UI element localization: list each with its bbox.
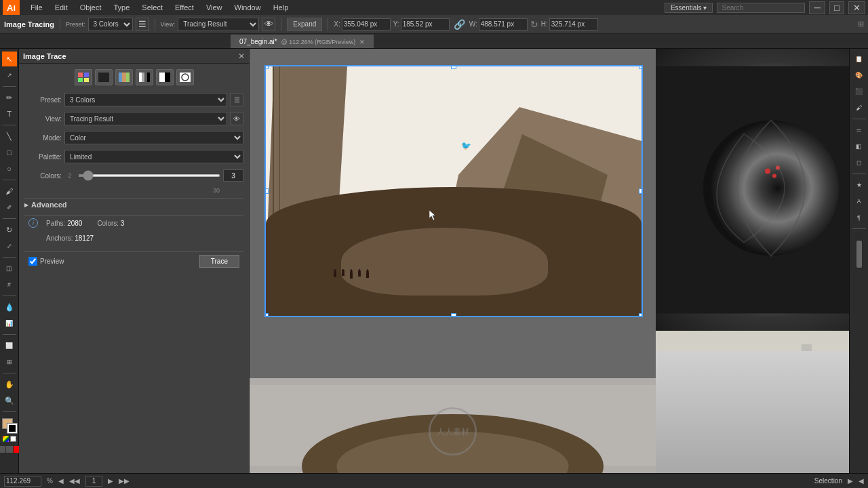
handle-bottom-center[interactable] (451, 313, 456, 317)
preset-list-icon-button[interactable]: ☰ (230, 93, 243, 106)
mode-dropdown[interactable]: Color (64, 131, 243, 144)
panel-close-button[interactable]: ✕ (238, 52, 245, 61)
search-input[interactable] (717, 3, 805, 13)
menu-effect[interactable]: Effect (170, 2, 199, 13)
nav-first-button[interactable]: ◀◀ (69, 477, 80, 485)
view-eye-icon-button[interactable]: 👁 (230, 112, 243, 125)
character-panel-btn[interactable]: A (852, 194, 867, 209)
view-select[interactable]: Tracing Result (178, 18, 259, 31)
handle-middle-left[interactable] (264, 188, 269, 194)
tool-separator-9 (3, 411, 16, 412)
preview-checkbox-label[interactable]: Preview (28, 257, 64, 266)
scroll-thumb[interactable] (856, 241, 862, 268)
y-input[interactable] (401, 18, 450, 30)
preview-checkbox[interactable] (28, 257, 37, 266)
preset-high-color-btn[interactable] (95, 69, 113, 85)
fill-stroke-swatches[interactable] (2, 418, 17, 433)
scale-tool[interactable]: ⤢ (2, 239, 17, 253)
zoom-tool[interactable]: 🔍 (2, 393, 17, 408)
preset-dropdown[interactable]: 3 Colors (64, 93, 227, 106)
zoom-input[interactable] (4, 476, 41, 487)
gradient-tool[interactable]: ◫ (2, 261, 17, 276)
handle-top-right[interactable] (639, 65, 643, 69)
color-panel-btn[interactable]: 🎨 (852, 68, 867, 83)
extra-btn-1[interactable] (0, 446, 5, 453)
properties-panel-btn[interactable]: 📋 (852, 52, 867, 66)
close-button[interactable]: ✕ (848, 1, 865, 14)
slice-tool[interactable]: ⊞ (2, 354, 17, 369)
nav-next-button[interactable]: ▶ (108, 477, 113, 485)
view-eye-button[interactable]: 👁 (262, 18, 275, 31)
preset-bw-btn[interactable] (156, 69, 174, 85)
handle-middle-right[interactable] (639, 188, 643, 194)
menu-file[interactable]: File (25, 2, 48, 13)
rotate-tool[interactable]: ↻ (2, 222, 17, 237)
nav-prev-button[interactable]: ◀ (58, 477, 64, 485)
handle-top-left[interactable] (264, 65, 269, 69)
chart-tool[interactable]: 📊 (2, 316, 17, 331)
colors-slider[interactable] (78, 174, 220, 177)
main-canvas-image[interactable]: 🐦 (264, 65, 643, 317)
hand-tool[interactable]: ✋ (2, 377, 17, 392)
preset-low-color-btn[interactable] (115, 69, 133, 85)
nav-last-button[interactable]: ▶▶ (119, 477, 130, 485)
gradient-panel-btn[interactable]: ◧ (852, 139, 867, 154)
handle-bottom-right[interactable] (639, 313, 643, 317)
stroke-panel-btn[interactable]: ═ (852, 123, 867, 138)
type-tool[interactable]: T (2, 106, 17, 121)
colors-value-input[interactable] (223, 169, 243, 182)
none-mode-btn[interactable] (10, 436, 16, 442)
stroke-swatch[interactable] (7, 424, 17, 433)
w-input[interactable] (479, 18, 528, 30)
canvas-area[interactable]: 🐦 (250, 49, 849, 473)
extra-btn-2[interactable] (6, 446, 13, 453)
maximize-button[interactable]: □ (829, 1, 844, 14)
selection-tool[interactable]: ↖ (2, 52, 17, 66)
appearance-panel-btn[interactable]: ★ (852, 178, 867, 192)
direct-selection-tool[interactable]: ↗ (2, 68, 17, 83)
v-scrollbar[interactable] (855, 232, 863, 269)
pencil-tool[interactable]: ✐ (2, 200, 17, 215)
eyedropper-tool[interactable]: 💧 (2, 300, 17, 314)
status-arrow-btn[interactable]: ▶ (848, 477, 853, 485)
palette-dropdown[interactable]: Limited (64, 150, 243, 163)
preset-auto-color-btn[interactable] (75, 69, 92, 85)
preset-outline-btn[interactable] (176, 69, 194, 85)
paintbrush-tool[interactable]: 🖌 (2, 184, 17, 199)
view-dropdown[interactable]: Tracing Result (64, 112, 227, 125)
minimize-button[interactable]: ─ (809, 1, 825, 14)
brushes-panel-btn[interactable]: 🖌 (852, 100, 867, 115)
menu-window[interactable]: Window (229, 2, 267, 13)
color-mode-btn[interactable] (3, 436, 9, 442)
advanced-section-header[interactable]: ▶ Advanced (24, 198, 243, 211)
menu-select[interactable]: Select (136, 2, 168, 13)
shape-tool[interactable]: □ (2, 145, 17, 160)
x-input[interactable] (342, 18, 391, 30)
preset-list-button[interactable]: ☰ (136, 18, 149, 31)
swatches-panel-btn[interactable]: ⬛ (852, 84, 867, 99)
mesh-tool[interactable]: # (2, 277, 17, 292)
menu-type[interactable]: Type (108, 2, 136, 13)
menu-object[interactable]: Object (75, 2, 107, 13)
tab-close-button[interactable]: ✕ (359, 39, 365, 45)
essentials-button[interactable]: Essentials ▾ (665, 3, 713, 13)
expand-button[interactable]: Expand (287, 18, 322, 31)
trace-button[interactable]: Trace (199, 255, 239, 268)
preset-grayscale-btn[interactable] (136, 69, 153, 85)
ellipse-tool[interactable]: ○ (2, 161, 17, 176)
page-number-input[interactable] (85, 476, 102, 487)
pen-tool[interactable]: ✏ (2, 90, 17, 105)
artboard-tool[interactable]: ⬜ (2, 338, 17, 353)
menu-view[interactable]: View (201, 2, 228, 13)
line-tool[interactable]: ╲ (2, 129, 17, 144)
menu-edit[interactable]: Edit (50, 2, 73, 13)
handle-top-center[interactable] (451, 65, 456, 69)
preset-select[interactable]: 3 Colors (88, 18, 133, 31)
transparency-panel-btn[interactable]: ◻ (852, 155, 867, 170)
menu-help[interactable]: Help (268, 2, 294, 13)
document-tab[interactable]: 07_begin.ai* @ 112.26% (RGB/Preview) ✕ (231, 35, 374, 48)
status-back-btn[interactable]: ◀ (859, 477, 864, 485)
paragraph-panel-btn[interactable]: ¶ (852, 210, 867, 225)
h-input[interactable] (549, 18, 598, 30)
handle-bottom-left[interactable] (264, 313, 269, 317)
